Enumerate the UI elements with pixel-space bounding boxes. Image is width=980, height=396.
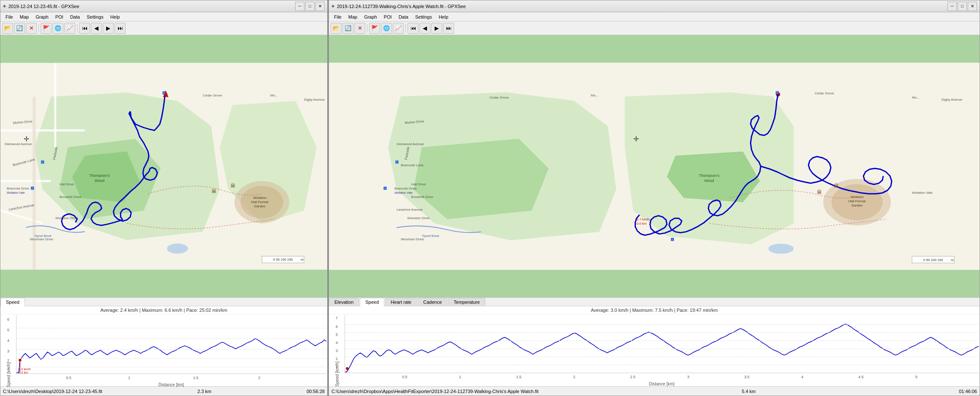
left-map-button[interactable]: 🌐 (52, 23, 63, 34)
right-tab-elevation[interactable]: Elevation (329, 298, 359, 306)
left-menu-poi[interactable]: POI (52, 14, 67, 20)
right-menu-data[interactable]: Data (395, 14, 412, 20)
right-menu-settings[interactable]: Settings (412, 14, 435, 20)
svg-text:Topset Brook: Topset Brook (422, 234, 439, 238)
grid-line (16, 338, 326, 339)
right-menu-graph[interactable]: Graph (361, 14, 381, 20)
left-menu-file[interactable]: File (2, 14, 16, 20)
svg-text:Hall Drive: Hall Drive (60, 182, 74, 186)
right-close-button[interactable]: ✕ (968, 2, 977, 11)
svg-text:Mo...: Mo... (270, 94, 278, 97)
left-prev-prev-button[interactable]: ⏮ (79, 23, 90, 34)
svg-text:🏛: 🏛 (817, 189, 822, 195)
left-toolbar: 📂 🔄 ✕ 🚩 🌐 📈 ⏮ ◀ ▶ ⏭ (0, 22, 327, 35)
left-menu-graph[interactable]: Graph (32, 14, 52, 20)
left-menu-help[interactable]: Help (107, 14, 123, 20)
left-menu-settings[interactable]: Settings (83, 14, 107, 20)
left-next-button[interactable]: ▶ (103, 23, 114, 34)
right-next-next-button[interactable]: ⏭ (443, 23, 454, 34)
right-tab-cadence[interactable]: Cadence (418, 298, 447, 306)
right-menu-map[interactable]: Map (345, 14, 361, 20)
right-menu-poi[interactable]: POI (381, 14, 395, 20)
left-next-next-button[interactable]: ⏭ (115, 23, 126, 34)
right-close-file-button[interactable]: ✕ (354, 23, 365, 34)
svg-rect-85 (671, 238, 673, 241)
left-toolbar-sep2 (77, 24, 77, 33)
svg-rect-86 (776, 91, 778, 94)
right-graph-button[interactable]: 📈 (393, 23, 404, 34)
right-menu-help[interactable]: Help (435, 14, 452, 20)
svg-point-47 (19, 359, 21, 361)
svg-text:m: m (301, 258, 304, 261)
right-tab-temperature[interactable]: Temperature (448, 298, 485, 306)
left-duration: 00:56:28 (307, 389, 325, 394)
right-distance: 5.4 km (742, 389, 756, 394)
svg-text:Thompson's: Thompson's (699, 173, 720, 178)
right-window-controls[interactable]: ─ □ ✕ (947, 2, 977, 11)
left-map[interactable]: Thompson's Wood Wollaton Hall Formal Gar… (0, 35, 327, 297)
left-window-title: 2019-12-24 12-23-45.fit - GPXSee (8, 4, 295, 9)
grid-line (345, 341, 979, 341)
svg-text:2.7 km/h: 2.7 km/h (637, 217, 650, 221)
left-chart-content[interactable]: 6 5 4 3 2 1 0.0 km/h (16, 315, 326, 374)
svg-text:Wollaton: Wollaton (253, 196, 266, 200)
svg-text:Digby Avenue: Digby Avenue (304, 98, 325, 102)
svg-point-79 (768, 244, 794, 254)
left-maximize-button[interactable]: □ (305, 2, 315, 11)
svg-text:Garden: Garden (254, 204, 266, 208)
left-prev-button[interactable]: ◀ (91, 23, 102, 34)
left-window: ⌖ 2019-12-24 12-23-45.fit - GPXSee ─ □ ✕… (0, 0, 328, 396)
right-file-path: C:\Users\drezh\Dropbox\Apps\HealthFitExp… (331, 389, 539, 394)
svg-point-93 (346, 367, 348, 370)
svg-marker-50 (413, 139, 549, 219)
left-x-axis-label: Distance [km] (16, 382, 326, 388)
svg-text:🏛: 🏛 (834, 183, 839, 189)
left-tab-speed[interactable]: Speed (0, 298, 25, 306)
svg-text:Wood: Wood (95, 179, 104, 183)
grid-line (345, 333, 979, 333)
right-open-button[interactable]: 📂 (331, 23, 342, 34)
right-reload-button[interactable]: 🔄 (342, 23, 353, 34)
svg-text:Glenwood Avenue: Glenwood Avenue (5, 142, 32, 146)
right-map-button[interactable]: 🌐 (381, 23, 392, 34)
right-tab-heartrate[interactable]: Heart rate (385, 298, 417, 306)
left-menu-data[interactable]: Data (67, 14, 83, 20)
left-app-icon: ⌖ (3, 3, 6, 10)
left-minimize-button[interactable]: ─ (295, 2, 304, 11)
svg-text:Wroxham Drive: Wroxham Drive (30, 237, 53, 241)
right-map-svg: Thompson's Wood Wollaton Hall Formal Gar… (329, 35, 980, 297)
right-map[interactable]: Thompson's Wood Wollaton Hall Formal Gar… (329, 35, 980, 297)
right-menu-file[interactable]: File (331, 14, 345, 20)
svg-rect-38 (163, 91, 165, 94)
left-close-file-button[interactable]: ✕ (26, 23, 37, 34)
right-waypoints-button[interactable]: 🚩 (369, 23, 380, 34)
left-menu-map[interactable]: Map (16, 14, 32, 20)
right-minimize-button[interactable]: ─ (947, 2, 957, 11)
svg-text:Bramcote Lane: Bramcote Lane (401, 163, 424, 167)
grid-line (16, 358, 326, 359)
right-tab-speed[interactable]: Speed (360, 298, 384, 306)
svg-text:Brookhill Drive: Brookhill Drive (60, 195, 82, 199)
left-open-button[interactable]: 📂 (2, 23, 13, 34)
left-chart-tabs: Speed (0, 298, 327, 306)
left-waypoints-button[interactable]: 🚩 (41, 23, 52, 34)
left-reload-button[interactable]: 🔄 (14, 23, 25, 34)
svg-text:Larachce Avenue: Larachce Avenue (397, 208, 423, 212)
grid-line (16, 328, 326, 328)
right-prev-prev-button[interactable]: ⏮ (408, 23, 419, 34)
svg-text:Topset Brook: Topset Brook (34, 234, 52, 238)
grid-line (16, 367, 326, 367)
svg-text:✛: ✛ (24, 135, 29, 143)
right-prev-button[interactable]: ◀ (419, 23, 430, 34)
left-chart-body: Speed [km/h] 6 5 4 3 2 1 (0, 314, 327, 389)
right-next-button[interactable]: ▶ (431, 23, 442, 34)
right-maximize-button[interactable]: □ (958, 2, 967, 11)
right-chart-content[interactable]: 7 6 5 4 3 2 1 (345, 315, 979, 373)
svg-text:Mo...: Mo... (591, 94, 599, 97)
left-close-button[interactable]: ✕ (315, 2, 325, 11)
right-chart-tabs: Elevation Speed Heart rate Cadence Tempe… (329, 298, 980, 306)
left-graph-button[interactable]: 📈 (64, 23, 75, 34)
svg-text:Brookhill Drive: Brookhill Drive (411, 195, 433, 199)
svg-text:Wollaton Vale: Wollaton Vale (7, 191, 25, 194)
left-window-controls[interactable]: ─ □ ✕ (295, 2, 325, 11)
